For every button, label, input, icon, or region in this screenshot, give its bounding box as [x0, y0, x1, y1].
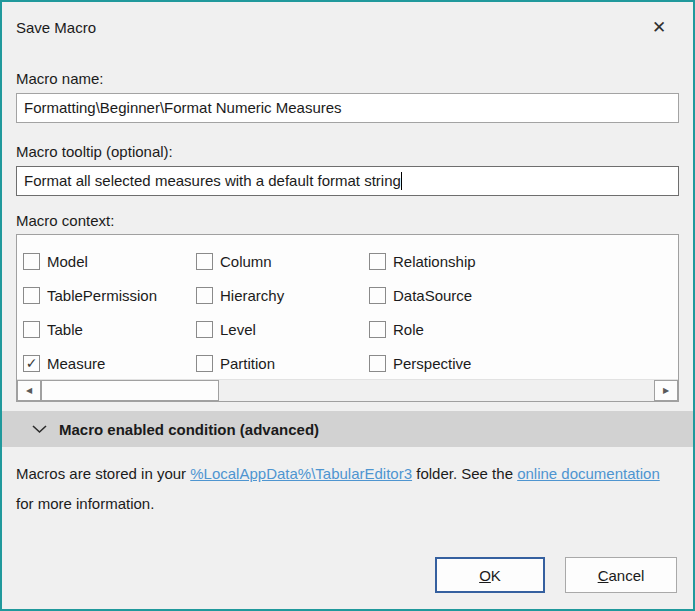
advanced-section-title: Macro enabled condition (advanced): [59, 421, 319, 438]
context-checkbox-level[interactable]: Level: [196, 312, 369, 346]
ok-button-rest: K: [491, 567, 501, 584]
close-icon[interactable]: ✕: [635, 3, 683, 51]
context-checkbox-measure[interactable]: ✓Measure: [23, 346, 196, 379]
checkbox-checked-icon: ✓: [23, 355, 40, 372]
macro-context-label: Macro context:: [16, 212, 679, 230]
dialog-footer: OK Cancel: [435, 557, 677, 593]
context-checkbox-partition[interactable]: Partition: [196, 346, 369, 379]
checkbox-unchecked-icon: [196, 253, 213, 270]
advanced-section-header[interactable]: Macro enabled condition (advanced): [2, 411, 693, 447]
checkbox-label: Level: [220, 321, 256, 338]
window-title: Save Macro: [16, 19, 96, 36]
checkbox-label: Model: [47, 253, 88, 270]
cancel-button-mnemonic: C: [598, 567, 609, 584]
chevron-down-icon: [32, 424, 47, 434]
save-macro-dialog: Save Macro ✕ Macro name: Formatting\Begi…: [0, 0, 695, 611]
checkbox-unchecked-icon: [196, 287, 213, 304]
context-checkbox-role[interactable]: Role: [369, 312, 678, 346]
context-checkbox-hierarchy[interactable]: Hierarchy: [196, 278, 369, 312]
dialog-content: Macro name: Formatting\Beginner\Format N…: [2, 70, 693, 519]
checkbox-unchecked-icon: [369, 287, 386, 304]
checkbox-label: Partition: [220, 355, 275, 372]
context-grid: ModelTablePermissionTable✓MeasureColumnH…: [17, 235, 678, 379]
checkbox-unchecked-icon: [369, 321, 386, 338]
cancel-button-rest: ancel: [608, 567, 644, 584]
context-checkbox-tablepermission[interactable]: TablePermission: [23, 278, 196, 312]
scroll-left-icon[interactable]: ◀: [17, 380, 41, 401]
context-checkbox-column[interactable]: Column: [196, 244, 369, 278]
scrollbar-thumb[interactable]: [41, 380, 219, 401]
macro-name-label: Macro name:: [16, 70, 679, 88]
scroll-right-icon[interactable]: ▶: [654, 380, 678, 401]
checkbox-unchecked-icon: [369, 253, 386, 270]
horizontal-scrollbar[interactable]: ◀ ▶: [17, 379, 678, 401]
macro-name-input[interactable]: Formatting\Beginner\Format Numeric Measu…: [16, 93, 679, 123]
macro-tooltip-input[interactable]: Format all selected measures with a defa…: [16, 166, 679, 196]
checkbox-label: Hierarchy: [220, 287, 284, 304]
checkbox-label: Measure: [47, 355, 105, 372]
appdata-folder-link[interactable]: %LocalAppData%\TabularEditor3: [190, 465, 412, 482]
storage-info-text: Macros are stored in your %LocalAppData%…: [16, 459, 679, 519]
checkbox-label: Role: [393, 321, 424, 338]
macro-context-panel: ModelTablePermissionTable✓MeasureColumnH…: [16, 234, 679, 402]
context-checkbox-relationship[interactable]: Relationship: [369, 244, 678, 278]
ok-button[interactable]: OK: [435, 557, 545, 593]
context-checkbox-model[interactable]: Model: [23, 244, 196, 278]
online-documentation-link[interactable]: online documentation: [517, 465, 660, 482]
checkbox-label: Table: [47, 321, 83, 338]
checkbox-unchecked-icon: [196, 355, 213, 372]
info-text-middle: folder. See the: [412, 465, 517, 482]
context-checkbox-table[interactable]: Table: [23, 312, 196, 346]
cancel-button[interactable]: Cancel: [565, 557, 677, 593]
checkbox-unchecked-icon: [23, 253, 40, 270]
title-bar: Save Macro ✕: [2, 2, 693, 52]
context-checkbox-datasource[interactable]: DataSource: [369, 278, 678, 312]
checkbox-unchecked-icon: [196, 321, 213, 338]
checkbox-unchecked-icon: [23, 287, 40, 304]
info-text-before: Macros are stored in your: [16, 465, 190, 482]
macro-tooltip-value: Format all selected measures with a defa…: [24, 172, 401, 189]
info-text-after: for more information.: [16, 495, 154, 512]
checkbox-unchecked-icon: [23, 321, 40, 338]
checkbox-label: Perspective: [393, 355, 471, 372]
context-checkbox-perspective[interactable]: Perspective: [369, 346, 678, 379]
checkbox-label: Relationship: [393, 253, 476, 270]
checkbox-unchecked-icon: [369, 355, 386, 372]
checkbox-label: Column: [220, 253, 272, 270]
ok-button-mnemonic: O: [479, 567, 491, 584]
macro-tooltip-label: Macro tooltip (optional):: [16, 143, 679, 161]
checkbox-label: DataSource: [393, 287, 472, 304]
text-caret: [401, 172, 402, 190]
checkbox-label: TablePermission: [47, 287, 157, 304]
